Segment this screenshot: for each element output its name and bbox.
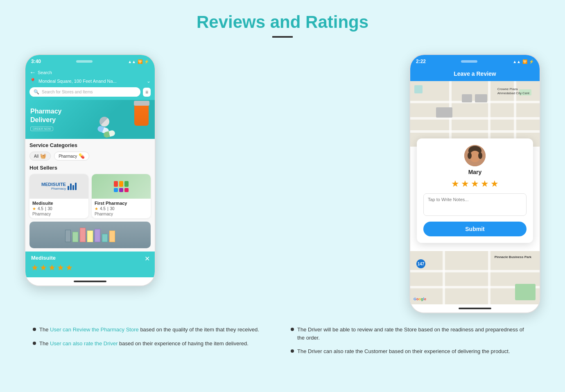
- bottom-map-area: 147 Pinnacle Business Park Google: [410, 251, 540, 304]
- map-label-crowne: Crowne PlazaAhmedabad City Cent: [497, 87, 529, 96]
- signal-icon: ▲▲: [128, 59, 136, 64]
- search-icon: 🔍: [34, 89, 39, 95]
- popup-close-button[interactable]: ✕: [145, 255, 150, 263]
- medisuite-card[interactable]: MEDISUITE Pharmacy: [29, 174, 88, 218]
- bottom-green-1: [515, 284, 536, 300]
- bullet-4: [291, 349, 294, 353]
- first-pharmacy-rating: ★ 4.5 | 30: [95, 206, 148, 211]
- location-bar: 📍 Mondeal Square, 100 Feet Anand Na... ⌄: [25, 76, 155, 87]
- bullet-2: [33, 342, 36, 345]
- basket-icon: 🧺: [40, 153, 46, 159]
- left-status-icons: ▲▲ 🛜 ⚡: [128, 59, 149, 64]
- right-note-1-text: The Driver will be able to review and ra…: [297, 326, 532, 342]
- svg-point-3: [468, 152, 472, 159]
- hot-sellers-grid: MEDISUITE Pharmacy: [29, 174, 151, 218]
- review-star-1[interactable]: ★: [451, 179, 459, 189]
- bottom-medisuite-card[interactable]: [29, 222, 151, 248]
- filter-button[interactable]: ≡: [143, 88, 151, 97]
- submit-button[interactable]: Submit: [423, 222, 527, 236]
- medisuite-rating: ★ 4.5 | 30: [32, 206, 86, 211]
- hot-sellers-label: Hot Sellers: [29, 165, 151, 171]
- left-note-1: The User can Review the Pharmacy Store b…: [33, 326, 274, 334]
- top-map-area: Crowne PlazaAhmedabad City Cent: [410, 81, 540, 147]
- right-battery-icon: ⚡: [529, 59, 534, 64]
- service-categories-label: Service Categories: [29, 142, 151, 148]
- right-home-indicator: [459, 308, 491, 309]
- category-all[interactable]: All 🧺: [29, 152, 51, 161]
- pin-icon: 📍: [29, 78, 36, 84]
- review-star-4[interactable]: ★: [481, 179, 489, 189]
- popup-star-5: ★: [66, 263, 73, 272]
- review-star-2[interactable]: ★: [461, 179, 469, 189]
- medisuite-reviews: 30: [48, 206, 52, 211]
- popup-stars: ★ ★ ★ ★ ★: [31, 263, 149, 272]
- bottom-medisuite-img: [29, 222, 151, 248]
- medisuite-logo-text: MEDISUITE: [41, 182, 66, 187]
- search-input-bar: 🔍 Search for Stores and Items ≡: [25, 87, 155, 100]
- pharmacy-icon: 💊: [79, 153, 85, 159]
- bottle-cap: [134, 101, 149, 106]
- bottom-road-v2: [488, 251, 490, 304]
- popup-star-1: ★: [31, 263, 38, 272]
- map-background: Crowne PlazaAhmedabad City Cent: [410, 81, 540, 147]
- left-notes-col: The User can Review the Pharmacy Store b…: [33, 326, 274, 361]
- medisuite-img: MEDISUITE Pharmacy: [29, 174, 88, 199]
- shelf-visual: [29, 222, 151, 248]
- reviewer-avatar: [464, 145, 486, 166]
- popup-star-3: ★: [48, 263, 56, 272]
- map-block-2: [475, 94, 487, 102]
- category-pharmacy[interactable]: Pharmacy 💊: [54, 152, 89, 161]
- medisuite-type: Pharmacy: [32, 212, 86, 216]
- first-pharmacy-card[interactable]: First Pharmacy ★ 4.5 | 30 Pharmacy: [92, 174, 151, 218]
- svg-point-4: [478, 152, 482, 159]
- category-row: All 🧺 Pharmacy 💊: [29, 152, 151, 161]
- map-block-3: [462, 94, 472, 102]
- left-time: 3:40: [31, 59, 41, 64]
- review-stars[interactable]: ★ ★ ★ ★ ★: [423, 179, 527, 189]
- bottom-map-bg: 147 Pinnacle Business Park Google: [410, 251, 540, 304]
- left-phone: 3:40 ▲▲ 🛜 ⚡ ← Search 📍 Mondeal Square, 1…: [25, 54, 156, 286]
- phones-row: 3:40 ▲▲ 🛜 ⚡ ← Search 📍 Mondeal Square, 1…: [25, 54, 540, 313]
- left-note-2: The User can also rate the Driver based …: [33, 340, 274, 348]
- avatar-face: [464, 145, 486, 166]
- star-icon2: ★: [95, 206, 98, 211]
- review-star-5[interactable]: ★: [490, 179, 499, 189]
- banner-cta[interactable]: ORDER NOW: [30, 127, 53, 131]
- pinnacle-label: Pinnacle Business Park: [495, 255, 531, 259]
- banner-pills-area: [97, 100, 151, 139]
- page-container: Reviews and Ratings 3:40 ▲▲ 🛜 ⚡ ← Search: [0, 0, 565, 378]
- right-home-bar: [410, 304, 540, 313]
- search-input[interactable]: 🔍 Search for Stores and Items: [29, 87, 140, 97]
- notch-center: [76, 60, 93, 63]
- pharmacy-shelves: [114, 181, 129, 192]
- right-notch: [461, 60, 477, 63]
- right-signal-icon: ▲▲: [513, 59, 521, 64]
- back-arrow-icon[interactable]: ←: [29, 69, 36, 76]
- road-h3: [410, 130, 540, 133]
- pill-3: [99, 117, 109, 127]
- first-pharmacy-img: [92, 174, 151, 199]
- banner-title: Pharmacy Delivery: [30, 107, 62, 125]
- first-pharmacy-rating-value: 4.5: [100, 206, 106, 211]
- left-note-2-text: The User can also rate the Driver based …: [39, 340, 249, 348]
- location-text: Mondeal Square, 100 Feet Anand Na...: [38, 79, 144, 84]
- reviewer-name: Mary: [423, 169, 527, 175]
- left-note-1-text: The User can Review the Pharmacy Store b…: [39, 326, 259, 334]
- leave-review-header: Leave a Review: [410, 68, 540, 81]
- review-modal: Mary ★ ★ ★ ★ ★ Submit: [417, 138, 533, 243]
- road-h2: [410, 117, 540, 120]
- all-label: All: [34, 154, 38, 159]
- google-logo: Google: [414, 297, 426, 301]
- bullet-1: [33, 328, 36, 331]
- medisuite-info: Medisuite ★ 4.5 | 30 Pharmacy: [29, 199, 88, 218]
- medisuite-rating-value: 4.5: [38, 206, 43, 211]
- phone-content: Service Categories All 🧺 Pharmacy 💊 Hot …: [25, 139, 155, 252]
- right-note-1: The Driver will be able to review and ra…: [291, 326, 532, 342]
- road-v2: [488, 81, 490, 147]
- review-textarea[interactable]: [423, 193, 527, 216]
- bottom-popup: Medisuite ✕ ★ ★ ★ ★ ★: [25, 252, 155, 277]
- map-block-1: [436, 107, 452, 118]
- avatar-svg: [464, 145, 486, 166]
- review-star-3[interactable]: ★: [471, 179, 479, 189]
- chevron-down-icon: ⌄: [147, 78, 151, 84]
